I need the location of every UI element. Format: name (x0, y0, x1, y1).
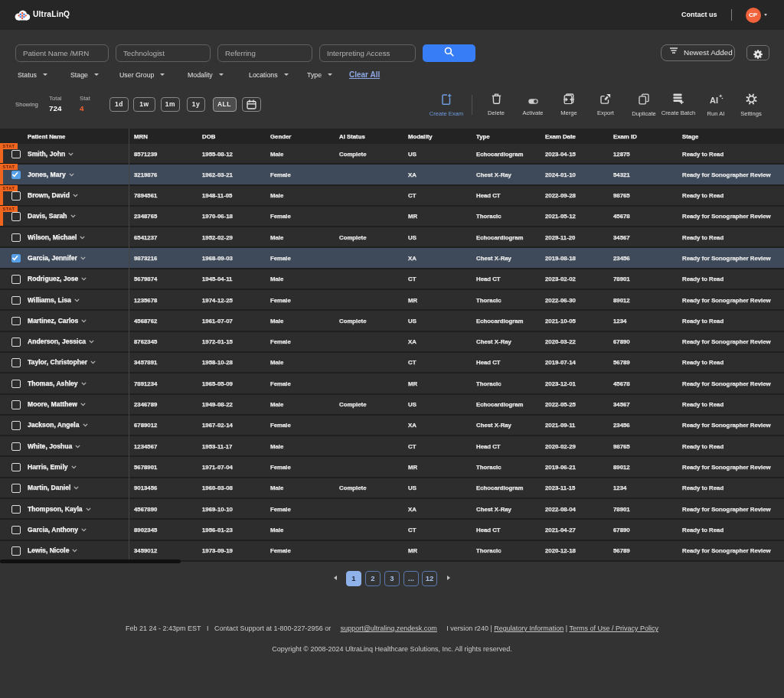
svg-text:AI: AI (710, 96, 718, 105)
